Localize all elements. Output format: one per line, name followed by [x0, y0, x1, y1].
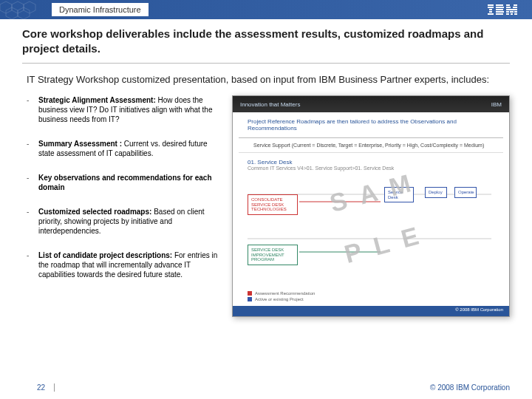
diagram-box: CONSOLIDATE SERVICE DESK TECHNOLOGIES	[248, 194, 298, 215]
slide-content: Core workshop deliverables include the a…	[0, 19, 532, 317]
svg-rect-14	[496, 13, 503, 15]
svg-rect-5	[488, 4, 494, 6]
bullet-list: - Strategic Alignment Assessment: How do…	[22, 95, 222, 317]
sample-header-right: IBM	[491, 101, 502, 108]
slide-subhead: IT Strategy Workshop customized presenta…	[22, 74, 510, 85]
page-number: 22	[37, 383, 55, 392]
list-item: - Strategic Alignment Assessment: How do…	[27, 95, 222, 124]
bullet-title: Summary Assessment :	[38, 140, 122, 148]
svg-rect-15	[506, 4, 510, 6]
list-item: - Customized selected roadmaps: Based on…	[27, 207, 222, 236]
svg-rect-6	[488, 7, 494, 8]
sample-thumbnail: Innovation that Matters IBM Project Refe…	[232, 95, 510, 317]
slide-headline: Core workshop deliverables include the a…	[22, 27, 510, 64]
sample-header-left: Innovation that Matters	[240, 101, 300, 108]
svg-rect-8	[489, 11, 492, 13]
svg-rect-17	[506, 7, 511, 8]
svg-rect-10	[496, 4, 503, 6]
sample-subline: Service Support (Current = Discrete, Tar…	[239, 138, 503, 153]
svg-rect-13	[496, 11, 504, 13]
svg-rect-19	[506, 9, 517, 10]
diagram-box: Service Desk	[384, 187, 414, 202]
svg-rect-7	[489, 9, 492, 10]
diagram-box: Deploy	[425, 187, 447, 198]
svg-rect-22	[514, 11, 517, 13]
copyright: © 2008 IBM Corporation	[430, 383, 510, 392]
sample-title: Project Reference Roadmaps are then tail…	[239, 112, 503, 138]
diagram-box: Operate	[454, 187, 477, 198]
svg-rect-21	[510, 11, 514, 13]
sample-section-heading: 01. Service Desk Common IT Services V4>0…	[233, 153, 509, 177]
sample-header: Innovation that Matters IBM	[233, 96, 509, 112]
svg-rect-16	[514, 4, 517, 6]
svg-rect-12	[496, 9, 503, 10]
sample-diagram: CONSOLIDATE SERVICE DESK TECHNOLOGIES Se…	[248, 180, 494, 283]
svg-rect-20	[506, 11, 509, 13]
sample-legend: Assessment Recommendation Active or exis…	[248, 291, 315, 303]
bullet-title: Strategic Alignment Assessment:	[38, 96, 156, 104]
sample-footer: © 2008 IBM Corporation	[233, 306, 509, 316]
svg-rect-18	[513, 7, 517, 8]
svg-rect-23	[506, 13, 509, 15]
bullet-title: Key observations and recommendations for…	[38, 174, 212, 191]
svg-rect-11	[496, 7, 504, 8]
slide-footer: 22 © 2008 IBM Corporation	[0, 383, 532, 392]
bullet-title: Customized selected roadmaps:	[38, 208, 151, 216]
svg-rect-24	[511, 13, 513, 15]
diagram-box: SERVICE DESK IMPROVEMENT PROGRAM	[248, 245, 298, 265]
section-title: Dynamic Infrastructure	[52, 3, 149, 16]
header-bar: Dynamic Infrastructure	[0, 0, 532, 19]
ibm-logo	[488, 4, 517, 15]
list-item: - List of candidate project descriptions…	[27, 250, 222, 279]
list-item: - Key observations and recommendations f…	[27, 173, 222, 192]
bullet-title: List of candidate project descriptions:	[38, 251, 172, 259]
svg-rect-25	[514, 13, 517, 15]
svg-rect-9	[488, 13, 494, 15]
list-item: - Summary Assessment : Current vs. desir…	[27, 139, 222, 158]
